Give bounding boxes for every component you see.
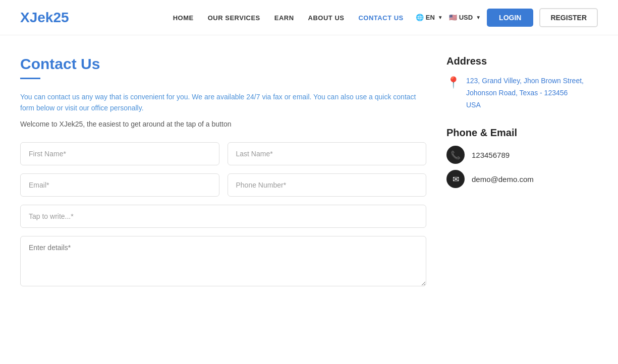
address-title: Address <box>446 55 598 67</box>
tap-input[interactable] <box>20 205 426 228</box>
phone-value: 123456789 <box>472 151 510 159</box>
address-line3: USA <box>466 99 584 111</box>
right-panel: Address 📍 123, Grand Villey, Jhon Brown … <box>446 55 598 296</box>
logo[interactable]: XJek25 <box>20 10 69 26</box>
flag-icon: 🇺🇸 <box>449 14 457 21</box>
navbar: XJek25 HOME OUR SERVICES EARN ABOUT US C… <box>0 0 618 35</box>
logo-blue: 25 <box>53 10 69 25</box>
address-line1: 123, Grand Villey, Jhon Brown Street, <box>466 75 584 87</box>
details-textarea[interactable] <box>20 236 426 286</box>
nav-right: 🌐 EN ▼ 🇺🇸 USD ▼ LOGIN REGISTER <box>416 8 598 27</box>
register-button[interactable]: REGISTER <box>539 8 598 27</box>
phone-input[interactable] <box>228 173 427 197</box>
nav-link-earn[interactable]: EARN <box>274 14 294 22</box>
phone-row: 📞 123456789 <box>446 146 598 164</box>
left-panel: Contact Us You can contact us any way th… <box>20 55 426 296</box>
page-title: Contact Us <box>20 55 426 73</box>
currency-selector[interactable]: 🇺🇸 USD ▼ <box>449 14 481 21</box>
currency-label: USD <box>459 14 473 21</box>
login-button[interactable]: LOGIN <box>487 9 533 27</box>
nav-links: HOME OUR SERVICES EARN ABOUT US CONTACT … <box>173 14 404 22</box>
nav-link-home[interactable]: HOME <box>173 14 194 22</box>
main-content: Contact Us You can contact us any way th… <box>0 35 618 316</box>
title-underline <box>20 78 40 79</box>
nav-link-services[interactable]: OUR SERVICES <box>208 14 260 22</box>
lang-chevron-icon: ▼ <box>438 15 443 20</box>
email-icon: ✉ <box>446 170 465 188</box>
address-text: 123, Grand Villey, Jhon Brown Street, Jo… <box>466 75 584 111</box>
lang-label: EN <box>426 14 435 21</box>
description-text: You can contact us any way that is conve… <box>20 91 426 114</box>
currency-chevron-icon: ▼ <box>476 15 481 20</box>
nav-item-about[interactable]: ABOUT US <box>308 14 345 22</box>
phone-email-title: Phone & Email <box>446 127 598 139</box>
address-row: 📍 123, Grand Villey, Jhon Brown Street, … <box>446 75 598 111</box>
nav-item-home[interactable]: HOME <box>173 14 194 22</box>
globe-icon: 🌐 <box>416 14 424 21</box>
phone-email-section: Phone & Email 📞 123456789 ✉ demo@demo.co… <box>446 127 598 188</box>
lang-selector[interactable]: 🌐 EN ▼ <box>416 14 443 21</box>
name-row <box>20 142 426 165</box>
email-phone-row <box>20 173 426 197</box>
nav-item-earn[interactable]: EARN <box>274 14 294 22</box>
address-section: Address 📍 123, Grand Villey, Jhon Brown … <box>446 55 598 111</box>
email-input[interactable] <box>20 173 219 197</box>
phone-icon: 📞 <box>446 146 465 164</box>
nav-link-about[interactable]: ABOUT US <box>308 14 345 22</box>
first-name-input[interactable] <box>20 142 219 165</box>
email-row: ✉ demo@demo.com <box>446 170 598 188</box>
email-value: demo@demo.com <box>472 175 534 184</box>
nav-item-services[interactable]: OUR SERVICES <box>208 14 260 22</box>
address-line2: Johonson Road, Texas - 123456 <box>466 87 584 99</box>
pin-icon: 📍 <box>446 76 460 89</box>
nav-link-contact[interactable]: CONTACT US <box>358 14 403 22</box>
last-name-input[interactable] <box>228 142 427 165</box>
nav-item-contact[interactable]: CONTACT US <box>358 14 403 22</box>
welcome-text: Welcome to XJek25, the easiest to get ar… <box>20 120 426 128</box>
logo-black: XJek <box>20 10 53 25</box>
